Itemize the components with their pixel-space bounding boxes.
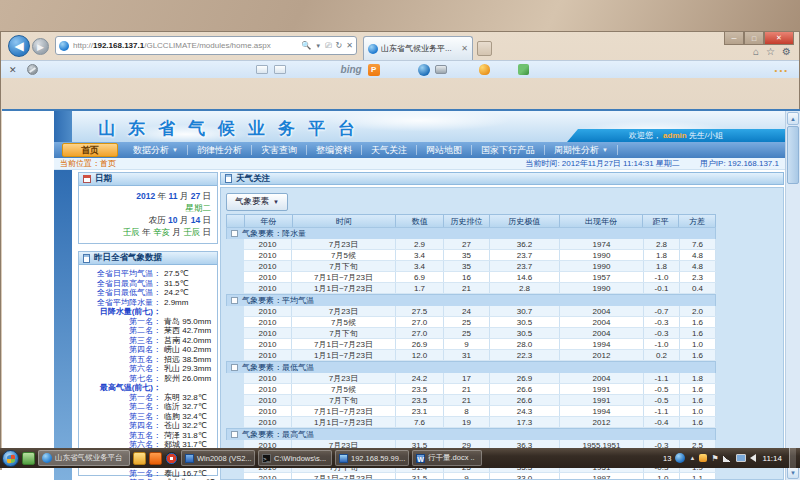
media-app-icon[interactable] [165,452,178,465]
home-icon[interactable]: ⌂ [753,46,759,57]
tray-warning-icon[interactable] [699,454,707,462]
dropdown-caret-icon[interactable]: ▼ [315,43,321,49]
show-desktop-button[interactable] [789,448,796,468]
lunar-date: 农历 10 月 14 日 [83,214,211,226]
toolbar-card-icon-2[interactable] [274,65,286,74]
address-bar[interactable]: http://192.168.137.1/GLCCLIMATE/modules/… [55,36,357,55]
network-icon[interactable] [723,454,732,462]
favorites-star-icon[interactable]: ☆ [766,46,775,57]
table-cell: 2010 [244,239,292,249]
orange-app-taskbar-icon[interactable] [149,452,162,465]
taskbar-button-cmd[interactable]: >_C:\Windows\s... [258,450,332,466]
group-header-row[interactable]: 气象要素：最高气温 [226,428,716,440]
nav-item-8[interactable]: 周期性分析▼ [545,145,618,155]
welcome-ribbon: 欢迎您，admin 先生/小姐 [567,129,785,142]
display-icon[interactable] [736,454,746,462]
tab-close-icon[interactable]: ✕ [461,44,468,53]
nav-caret-icon: ▼ [602,147,608,153]
group-checkbox[interactable] [231,431,238,438]
close-button[interactable]: ✕ [764,32,794,45]
nav-item-4[interactable]: 整编资料 [307,145,362,155]
taskbar-button-word[interactable]: W行干量.docx .. [412,450,482,466]
table-cell: 7月1日~7月23日 [292,272,396,282]
group-header-row[interactable]: 气象要素：最低气温 [226,361,716,373]
stop-icon[interactable]: ✕ [346,41,353,50]
element-selector-button[interactable]: 气象要素▼ [226,193,288,211]
table-row[interactable]: 20107月5候3.43523.719901.84.8 [244,250,716,261]
table-cell: 2010 [244,350,292,360]
nav-item-6[interactable]: 网站地图 [417,145,472,155]
back-button[interactable]: ◀ [8,35,30,57]
toolbar-card-icon-1[interactable] [256,65,268,74]
action-center-flag-icon[interactable]: ⚑ [711,454,718,463]
table-row[interactable]: 20107月1日~7月23日6.91614.61957-1.02.3 [244,272,716,283]
close-bar-icon[interactable]: ✕ [9,65,17,75]
table-cell: 21 [444,384,490,394]
scroll-up-icon[interactable]: ▲ [787,112,799,125]
blocked-addon-icon[interactable] [27,64,38,75]
group-header-row[interactable]: 气象要素：降水量 [226,227,716,239]
settings-gear-icon[interactable]: ⚙ [782,46,791,57]
tray-expand-icon[interactable]: ▲ [689,455,695,461]
pinned-app-icon[interactable] [22,452,35,465]
table-row[interactable]: 20107月1日~7月23日31.5933.01997-1.01.1 [244,473,716,480]
scrollbar-thumb[interactable] [787,126,799,184]
table-row[interactable]: 20107月23日27.52430.72004-0.72.0 [244,306,716,317]
rank-row: 第五名：招远 38.5mm [81,355,215,365]
table-cell: 1991 [560,395,644,405]
orange-app-icon[interactable]: P [368,64,380,76]
taskbar-clock[interactable]: 11:14 [763,454,782,463]
browser-tab[interactable]: 山东省气候业务平... ✕ [363,36,473,60]
forward-button[interactable]: ▶ [32,38,49,55]
group-header-row[interactable]: 气象要素：平均气温 [226,294,716,306]
table-cell: 7.6 [680,239,716,249]
table-row[interactable]: 20101月1日~7月23日7.61917.32012-0.41.6 [244,417,716,428]
nav-item-2[interactable]: 韵律性分析 [188,145,252,155]
stat-row: 全省平均降水量：2.9mm [81,298,215,308]
username: admin [663,131,687,140]
nav-item-0[interactable]: 首页 [62,143,118,157]
table-row[interactable]: 20107月1日~7月23日23.1824.31994-1.11.0 [244,406,716,417]
start-button[interactable] [2,450,19,467]
table-row[interactable]: 20107月下旬27.02530.52004-0.31.6 [244,328,716,339]
table-row[interactable]: 20101月1日~7月23日12.03122.320120.21.6 [244,350,716,361]
new-tab-button[interactable] [477,41,492,56]
refresh-icon[interactable]: ↻ [336,41,343,50]
table-row[interactable]: 20107月1日~7月23日26.9928.01994-1.01.0 [244,339,716,350]
table-row[interactable]: 20101月1日~7月23日1.7212.81990-0.10.4 [244,283,716,294]
search-icon[interactable]: 🔍 [301,41,311,50]
maximize-button[interactable]: □ [744,32,764,45]
nav-item-1[interactable]: 数据分析▼ [124,145,188,155]
table-row[interactable]: 20107月下旬3.43523.719901.84.8 [244,261,716,272]
nav-item-5[interactable]: 天气关注 [362,145,417,155]
table-cell: 7月1日~7月23日 [292,406,396,416]
group-checkbox[interactable] [231,364,238,371]
addon-icon-puzzle[interactable] [518,64,529,75]
taskbar: 山东省气候业务平台 Win2008 (VS2... >_C:\Windows\s… [0,448,800,468]
addon-icon-camera[interactable] [435,65,447,74]
group-checkbox[interactable] [231,297,238,304]
table-row[interactable]: 20107月下旬23.52126.61991-0.51.6 [244,395,716,406]
explorer-folder-icon[interactable] [133,452,146,465]
taskbar-button-vm[interactable]: Win2008 (VS2... [181,450,255,466]
table-row[interactable]: 20107月5候23.52126.61991-0.51.6 [244,384,716,395]
table-row[interactable]: 20107月23日2.92736.219742.87.6 [244,239,716,250]
more-options-dots-icon[interactable]: ••• [775,66,789,75]
minimize-button[interactable]: ─ [724,32,744,45]
page-scrollbar[interactable]: ▲ ▼ [785,111,800,480]
compatibility-view-icon[interactable]: ⎚ [325,41,331,51]
tray-app-icon[interactable] [675,453,685,463]
group-checkbox[interactable] [231,230,238,237]
table-cell: -1.0 [644,473,680,480]
volume-icon[interactable] [750,454,756,462]
taskbar-button-remote[interactable]: 192.168.59.99... [335,450,409,466]
addon-icon-blue[interactable] [418,64,430,76]
nav-item-7[interactable]: 国家下行产品 [472,145,545,155]
nav-item-3[interactable]: 灾害查询 [252,145,307,155]
table-row[interactable]: 20107月5候27.02530.52004-0.31.6 [244,317,716,328]
taskbar-ie-window-button[interactable]: 山东省气候业务平台 [38,450,130,466]
table-row[interactable]: 20107月23日24.21726.92004-1.11.8 [244,373,716,384]
bing-logo[interactable]: bing [341,64,362,75]
table-cell: 7月下旬 [292,328,396,338]
addon-icon-paw[interactable] [479,64,490,75]
